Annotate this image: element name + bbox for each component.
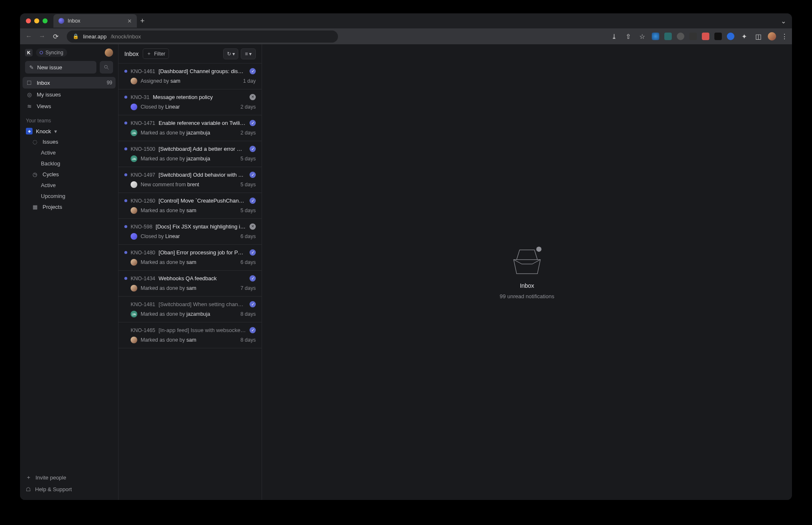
sidebar: K Syncing ✎ New issue ☐ Inbo <box>20 44 119 500</box>
inbox-item[interactable]: KNO-1260[Control] Move `CreatePushChanne… <box>119 193 262 219</box>
tree-item-cycles[interactable]: ◷Cycles <box>23 169 116 180</box>
close-tab-icon[interactable]: ✕ <box>127 18 132 24</box>
inbox-item[interactable]: KNO-1481[Switchboard] When setting chann… <box>119 297 262 322</box>
status-icon <box>250 275 256 282</box>
new-tab-button[interactable]: + <box>140 17 145 25</box>
extension-icon[interactable] <box>727 33 734 40</box>
profile-avatar[interactable] <box>768 32 776 41</box>
status-icon <box>250 301 256 307</box>
timestamp: 5 days <box>240 208 256 213</box>
sidepanel-icon[interactable]: ◫ <box>754 33 763 41</box>
tree-label: Active <box>41 182 55 188</box>
tree-item-projects[interactable]: ▦Projects <box>23 201 116 212</box>
nav-label: My issues <box>37 91 61 98</box>
tree-item-cycles-upcoming[interactable]: Upcoming <box>23 190 116 201</box>
nav-label: Views <box>37 103 51 109</box>
issue-id: KNO-1434 <box>131 276 155 282</box>
address-bar[interactable]: 🔒 linear.app/knock/inbox <box>67 30 338 43</box>
extensions-icon[interactable]: ✦ <box>739 33 749 41</box>
refresh-dropdown[interactable]: ↻▾ <box>223 48 238 59</box>
issue-id: KNO-1497 <box>131 172 155 178</box>
inbox-item[interactable]: KNO-1461[Dashboard] Channel groups: disa… <box>119 63 262 89</box>
help-support[interactable]: ☖Help & Support <box>26 483 112 495</box>
status-icon <box>250 146 256 152</box>
tree-item-backlog[interactable]: Backlog <box>23 158 116 169</box>
issue-title: [In-app feed] Issue with websocket closi… <box>159 327 246 333</box>
inbox-column: Inbox ＋ Filter ↻▾ ≡▾ KNO-1461[Dashboard]… <box>119 44 262 500</box>
help-icon: ☖ <box>26 486 31 492</box>
close-window-button[interactable] <box>26 18 31 23</box>
issue-title: [Switchboard] Odd behavior with cancel… <box>159 172 246 178</box>
extension-icon[interactable] <box>689 33 697 40</box>
browser-tab[interactable]: Inbox ✕ <box>53 14 137 28</box>
browser-menu-icon[interactable]: ⋮ <box>781 33 788 41</box>
svg-point-0 <box>104 65 107 68</box>
sidebar-item-my-issues[interactable]: ◎ My issues <box>23 89 116 100</box>
footer-label: Invite people <box>35 474 66 481</box>
inbox-item[interactable]: KNO-1434Webhooks QA feedbackMarked as do… <box>119 271 262 297</box>
inbox-item[interactable]: KNO-1500[Switchboard] Add a better error… <box>119 141 262 167</box>
reload-button[interactable]: ⟳ <box>51 33 60 41</box>
bookmark-icon[interactable]: ☆ <box>638 33 647 41</box>
activity-text: New comment from brent <box>141 182 237 188</box>
actor-avatar <box>131 259 137 266</box>
actor-avatar <box>131 181 137 188</box>
maximize-window-button[interactable] <box>43 18 48 23</box>
new-issue-button[interactable]: ✎ New issue <box>25 61 96 74</box>
extension-icon[interactable] <box>664 33 672 40</box>
extension-icon[interactable] <box>714 33 722 40</box>
actor-avatar <box>131 104 137 110</box>
timestamp: 2 days <box>240 130 256 136</box>
sliders-icon: ≡ <box>245 51 248 57</box>
back-button[interactable]: ← <box>24 33 33 40</box>
forward-button[interactable]: → <box>38 33 47 40</box>
activity-text: Marked as done by sam <box>141 259 237 265</box>
search-button[interactable] <box>100 61 113 74</box>
invite-people[interactable]: ＋Invite people <box>26 472 112 483</box>
extension-icon[interactable] <box>677 33 684 40</box>
timestamp: 5 days <box>240 156 256 162</box>
inbox-item[interactable]: KNO-1471Enable reference variable on Twi… <box>119 115 262 141</box>
activity-text: Marked as done by sam <box>141 337 237 343</box>
inbox-item[interactable]: KNO-1480[Oban] Error processing job for … <box>119 245 262 271</box>
tree-item-active[interactable]: Active <box>23 147 116 158</box>
timestamp: 2 days <box>240 104 256 110</box>
team-row[interactable]: ◆ Knock ▾ <box>20 126 118 136</box>
inbox-item[interactable]: KNO-598[Docs] Fix JSX syntax highlightin… <box>119 219 262 245</box>
sidebar-footer: ＋Invite people ☖Help & Support <box>20 468 118 500</box>
timestamp: 8 days <box>240 337 256 343</box>
filter-button[interactable]: ＋ Filter <box>143 48 169 59</box>
inbox-item[interactable]: KNO-1465[In-app feed] Issue with websock… <box>119 322 262 348</box>
tabs-overflow-icon[interactable]: ⌄ <box>781 17 786 25</box>
projects-icon: ▦ <box>33 204 38 210</box>
extension-icon[interactable] <box>652 33 659 40</box>
team-icon: ◆ <box>26 128 33 134</box>
layers-icon: ≋ <box>26 103 33 109</box>
sidebar-item-views[interactable]: ≋ Views <box>23 100 116 112</box>
actor-avatar: JA <box>131 129 137 136</box>
inbox-title: Inbox <box>124 51 139 57</box>
minimize-window-button[interactable] <box>34 18 39 23</box>
actor-avatar <box>131 233 137 240</box>
user-avatar[interactable] <box>105 48 113 57</box>
timestamp: 8 days <box>240 311 256 317</box>
inbox-item[interactable]: KNO-1497[Switchboard] Odd behavior with … <box>119 167 262 193</box>
tree-item-cycles-active[interactable]: Active <box>23 180 116 190</box>
new-issue-label: New issue <box>37 64 62 71</box>
download-icon[interactable]: ⤓ <box>609 33 618 41</box>
inbox-item[interactable]: KNO-31Message retention policyClosed by … <box>119 89 262 115</box>
inbox-empty-illustration <box>508 245 546 278</box>
tree-item-issues[interactable]: ◌Issues <box>23 136 116 147</box>
workspace-logo[interactable]: K <box>25 49 33 56</box>
status-icon <box>250 327 256 333</box>
activity-text: Marked as done by jazambuja <box>141 130 237 136</box>
sidebar-item-inbox[interactable]: ☐ Inbox 99 <box>23 77 116 89</box>
share-icon[interactable]: ⇧ <box>623 33 633 41</box>
extension-icon[interactable] <box>702 33 709 40</box>
status-icon <box>250 249 256 256</box>
team-name: Knock <box>36 128 51 134</box>
app-root: K Syncing ✎ New issue ☐ Inbo <box>20 44 792 500</box>
timestamp: 1 day <box>243 78 256 84</box>
actor-avatar <box>131 207 137 214</box>
display-options[interactable]: ≡▾ <box>241 48 256 59</box>
